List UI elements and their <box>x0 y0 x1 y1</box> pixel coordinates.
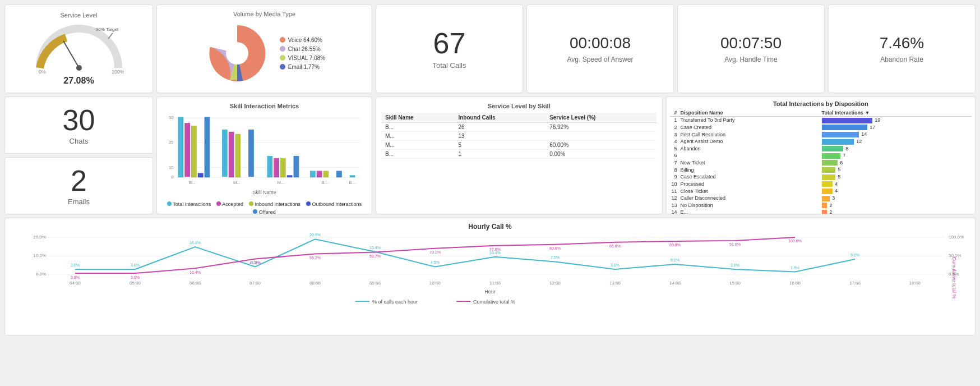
svg-text:10:00: 10:00 <box>429 281 441 286</box>
disp-num: 13 <box>670 202 679 209</box>
svg-rect-39 <box>350 175 355 177</box>
disp-value: 3 <box>832 195 835 201</box>
visual-label: VISUAL 7.08% <box>288 55 325 61</box>
disp-num: 8 <box>670 166 679 173</box>
disp-name: Transferred To 3rd Party <box>679 117 820 124</box>
svg-point-3 <box>76 65 82 71</box>
svg-text:16.4%: 16.4% <box>189 270 201 274</box>
inbound-calls: 26 <box>455 123 546 132</box>
disp-num: 6 <box>670 152 679 159</box>
service-level-title: Service Level <box>60 12 97 19</box>
service-pct <box>546 132 656 141</box>
svg-text:3.0%: 3.0% <box>71 263 80 267</box>
disp-bar-cell: 17 <box>820 124 972 131</box>
disp-num: 5 <box>670 145 679 153</box>
disp-value: 6 <box>840 160 843 166</box>
disp-value: 2 <box>829 203 832 208</box>
svg-text:08:00: 08:00 <box>309 281 321 286</box>
disp-bar-cell: 5 <box>820 173 972 181</box>
svg-rect-37 <box>336 171 342 177</box>
legend-total: Total Interactions <box>167 201 211 207</box>
gauge-svg: 90% Target 0% 100% <box>34 23 124 73</box>
chats-value: 30 <box>63 105 95 135</box>
disp-bar-cell: 8 <box>820 145 972 153</box>
email-label: Email 1.77% <box>288 64 320 70</box>
disp-name: Close Ticket <box>679 187 820 195</box>
disp-bar-cell: 6 <box>820 159 972 167</box>
col-service-level: Service Level (%) <box>546 113 656 123</box>
svg-text:100.0%: 100.0% <box>949 235 964 240</box>
disp-value: 7 <box>843 153 845 158</box>
disp-value: 4 <box>835 188 838 194</box>
skill-name: M... <box>382 132 455 141</box>
emails-value: 2 <box>71 166 87 195</box>
svg-text:55.2%: 55.2% <box>309 256 321 260</box>
svg-text:0.0%: 0.0% <box>949 272 959 277</box>
svg-text:100.0%: 100.0% <box>788 239 802 243</box>
svg-text:11:00: 11:00 <box>489 281 501 286</box>
svg-rect-33 <box>310 171 316 177</box>
disposition-row: 9 Case Escalated 5 <box>670 173 972 181</box>
svg-text:77.6%: 77.6% <box>489 247 501 251</box>
disp-bar-cell: 4 <box>820 181 972 188</box>
svg-rect-23 <box>235 134 241 178</box>
svg-text:18:00: 18:00 <box>909 281 921 286</box>
disposition-row: 8 Billing 5 <box>670 166 972 173</box>
legend-inbound: Inbound Interactions <box>249 201 301 207</box>
svg-line-0 <box>108 33 113 39</box>
disp-name: E... <box>679 209 820 214</box>
service-skill-title: Service Level by Skill <box>382 103 657 109</box>
email-dot <box>280 64 285 70</box>
disp-bar-cell: 14 <box>820 131 972 138</box>
disp-num: 12 <box>670 195 679 202</box>
service-pct: 76.92% <box>546 123 656 132</box>
skill-name: M... <box>382 141 455 150</box>
volume-card: Volume by Media Type <box>156 4 372 93</box>
disp-name <box>679 152 820 159</box>
disp-name: Abandon <box>679 145 820 153</box>
svg-text:M...: M... <box>277 180 284 185</box>
hourly-title: Hourly Call % <box>10 223 970 231</box>
avg-handle-card: 00:07:50 Avg. Handle Time <box>677 4 825 93</box>
disposition-row: 14 E... 2 <box>670 209 972 214</box>
legend-email: Email 1.77% <box>280 64 325 70</box>
disp-bar-cell: 2 <box>820 209 972 214</box>
svg-text:Cumulative total %: Cumulative total % <box>473 299 515 305</box>
svg-text:07:00: 07:00 <box>249 281 261 286</box>
disposition-row: 11 Close Ticket 4 <box>670 187 972 195</box>
svg-text:4.5%: 4.5% <box>431 260 440 264</box>
svg-text:1.5%: 1.5% <box>791 266 799 270</box>
disp-bar-cell: 5 <box>820 166 972 173</box>
disp-num: 3 <box>670 131 679 138</box>
visual-dot <box>280 55 285 61</box>
svg-text:06:00: 06:00 <box>189 281 201 286</box>
svg-text:13:00: 13:00 <box>609 281 621 286</box>
svg-text:M...: M... <box>233 180 241 185</box>
svg-text:15:00: 15:00 <box>729 281 741 286</box>
svg-text:0.0%: 0.0% <box>36 272 46 277</box>
table-row: M... 5 60.00% <box>382 141 657 150</box>
svg-text:89.6%: 89.6% <box>669 243 681 247</box>
skill-name: B... <box>382 123 455 132</box>
disp-value: 19 <box>875 117 880 123</box>
svg-text:70.1%: 70.1% <box>429 250 441 254</box>
disp-num: 2 <box>670 124 679 131</box>
svg-text:% of calls each hour: % of calls each hour <box>372 299 418 305</box>
svg-text:10: 10 <box>169 165 174 170</box>
disposition-table: # Disposition Name Total Interactions ▼ … <box>670 109 972 214</box>
disposition-row: 1 Transferred To 3rd Party 19 <box>670 117 972 124</box>
disp-value: 5 <box>838 167 840 172</box>
inbound-calls: 13 <box>455 132 546 141</box>
disposition-row: 3 First Call Resolution 14 <box>670 131 972 138</box>
disposition-card: Total Interactions by Disposition # Disp… <box>666 96 976 214</box>
disp-num: 4 <box>670 138 679 145</box>
svg-text:20.0%: 20.0% <box>33 235 46 240</box>
legend-accepted: Accepted <box>216 201 243 207</box>
skill-interaction-title: Skill Interaction Metrics <box>163 103 366 109</box>
disp-bar-cell: 7 <box>820 152 972 159</box>
disp-num: 9 <box>670 173 679 181</box>
hourly-chart-svg: % of calls each hour Cumulative total % … <box>10 233 970 320</box>
disp-bar-cell: 2 <box>820 202 972 209</box>
skill-bar-chart: 30 20 10 0 B... <box>163 112 366 199</box>
disp-value: 5 <box>838 174 840 180</box>
